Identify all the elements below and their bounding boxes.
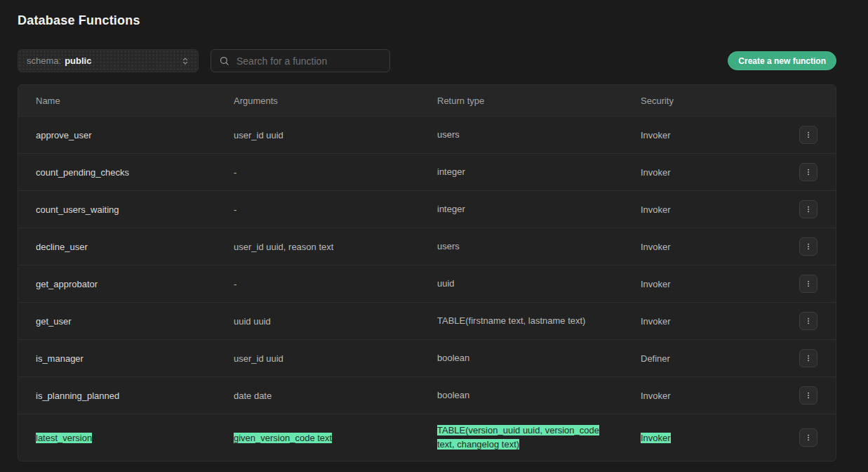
page-title: Database Functions [18, 0, 836, 28]
function-arguments-cell: - [234, 204, 437, 215]
function-security-cell: Invoker [641, 167, 799, 178]
function-name-cell: count_pending_checks [36, 167, 234, 178]
function-name-cell: get_user [36, 316, 234, 327]
row-actions-menu-button[interactable] [799, 428, 817, 447]
row-actions-menu-button[interactable] [799, 386, 817, 405]
function-return-type-cell: users [437, 240, 641, 254]
row-actions-menu-button[interactable] [799, 200, 817, 218]
toolbar-left-group: schema:public [18, 49, 390, 72]
function-security-cell: Invoker [641, 316, 799, 327]
table-row: count_users_waiting - integer Invoker [18, 190, 836, 228]
function-name-cell: approve_user [36, 130, 234, 140]
database-functions-page: Database Functions schema:public [0, 0, 868, 461]
kebab-menu-icon [803, 353, 813, 363]
kebab-menu-icon [803, 242, 813, 251]
function-security-cell: Definer [641, 353, 799, 364]
function-arguments-cell: - [234, 167, 437, 178]
function-security-cell: Invoker [641, 433, 799, 443]
function-search [211, 49, 390, 72]
kebab-menu-icon [803, 316, 813, 326]
table-row: decline_user user_id uuid, reason text u… [18, 228, 836, 265]
function-name-cell: count_users_waiting [36, 204, 234, 215]
function-arguments-cell: user_id uuid [234, 353, 437, 364]
search-icon [219, 55, 229, 66]
function-name-cell: is_planning_planned [36, 391, 234, 401]
row-actions-menu-button[interactable] [799, 349, 817, 367]
table-row: latest_version given_version_code text T… [18, 414, 836, 461]
function-security-cell: Invoker [641, 130, 799, 140]
function-return-type-cell: TABLE(firstname text, lastname text) [437, 314, 641, 328]
row-actions-menu-button[interactable] [799, 163, 817, 181]
toolbar: schema:public Cre [18, 49, 836, 72]
row-actions-menu-button[interactable] [799, 312, 817, 330]
column-header-return-type: Return type [437, 96, 641, 106]
function-return-type-cell: uuid [437, 277, 641, 291]
function-arguments-cell: given_version_code text [234, 433, 437, 443]
table-header-row: Name Arguments Return type Security [18, 85, 836, 116]
function-name-cell: is_manager [36, 353, 234, 364]
function-return-type-cell: integer [437, 202, 641, 216]
schema-select-value: public [65, 55, 91, 66]
function-security-cell: Invoker [641, 242, 799, 252]
function-return-type-cell: boolean [437, 351, 641, 365]
table-row: get_approbator - uuid Invoker [18, 265, 836, 302]
column-header-security: Security [641, 96, 799, 106]
function-return-type-cell: users [437, 128, 641, 142]
function-return-type-cell: TABLE(version_uuid uuid, version_code te… [437, 424, 641, 452]
function-security-cell: Invoker [641, 204, 799, 215]
function-arguments-cell: date date [234, 391, 437, 401]
kebab-menu-icon [803, 130, 813, 140]
function-security-cell: Invoker [641, 279, 799, 289]
column-header-name: Name [36, 96, 234, 106]
kebab-menu-icon [803, 433, 813, 442]
kebab-menu-icon [803, 391, 813, 400]
table-row: get_user uuid uuid TABLE(firstname text,… [18, 302, 836, 339]
schema-select-label: schema: [27, 55, 61, 66]
kebab-menu-icon [803, 204, 813, 214]
function-name-cell: latest_version [36, 433, 234, 443]
kebab-menu-icon [803, 279, 813, 289]
function-arguments-cell: user_id uuid [234, 130, 437, 140]
functions-table: Name Arguments Return type Security appr… [18, 84, 836, 461]
row-actions-menu-button[interactable] [799, 126, 817, 144]
function-return-type-cell: boolean [437, 388, 641, 402]
chevrons-up-down-icon [181, 57, 189, 65]
table-row: count_pending_checks - integer Invoker [18, 153, 836, 190]
table-row: approve_user user_id uuid users Invoker [18, 116, 836, 153]
function-arguments-cell: - [234, 279, 437, 289]
function-name-cell: decline_user [36, 242, 234, 252]
schema-select-text: schema:public [27, 55, 91, 66]
column-header-arguments: Arguments [234, 96, 437, 106]
kebab-menu-icon [803, 167, 813, 177]
function-security-cell: Invoker [641, 391, 799, 401]
function-arguments-cell: user_id uuid, reason text [234, 242, 437, 252]
function-return-type-cell: integer [437, 165, 641, 179]
table-row: is_planning_planned date date boolean In… [18, 376, 836, 414]
table-row: is_manager user_id uuid boolean Definer [18, 339, 836, 376]
search-input[interactable] [236, 55, 382, 67]
row-actions-menu-button[interactable] [799, 237, 817, 256]
table-body: approve_user user_id uuid users Invoker … [18, 116, 836, 461]
function-arguments-cell: uuid uuid [234, 316, 437, 327]
create-function-button[interactable]: Create a new function [728, 51, 836, 70]
schema-select[interactable]: schema:public [18, 49, 199, 72]
function-name-cell: get_approbator [36, 279, 234, 289]
row-actions-menu-button[interactable] [799, 275, 817, 293]
